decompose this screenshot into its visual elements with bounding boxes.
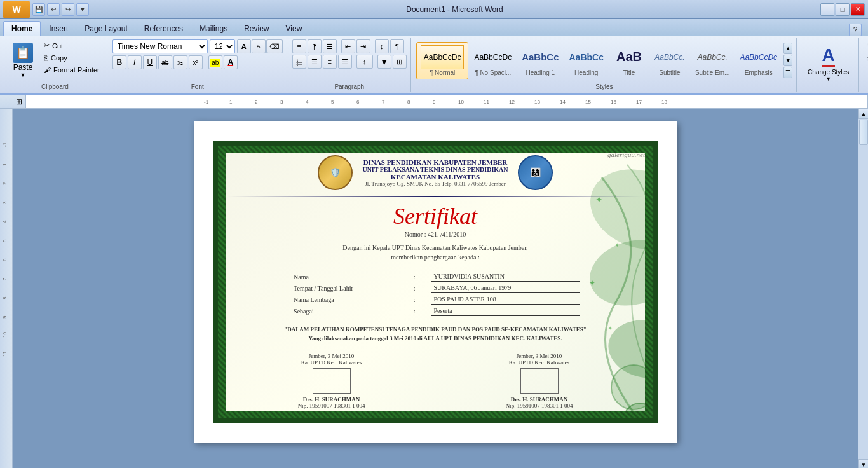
svg-text:2: 2 bbox=[255, 99, 258, 105]
increase-indent-button[interactable]: ⇥ bbox=[356, 39, 370, 53]
superscript-button[interactable]: x² bbox=[189, 55, 203, 69]
styles-group: AaBbCcDc ¶ Normal AaBbCcDc ¶ No Spaci...… bbox=[412, 38, 797, 92]
scroll-thumb[interactable] bbox=[859, 120, 868, 145]
align-right-button[interactable]: ≡ bbox=[323, 55, 337, 69]
tab-mailings[interactable]: Mailings bbox=[191, 21, 236, 36]
style-heading1[interactable]: AaBbCc Heading 1 bbox=[517, 42, 563, 79]
font-color-button[interactable]: A bbox=[224, 55, 238, 69]
office-button[interactable]: W bbox=[3, 1, 30, 18]
styles-gallery: AaBbCcDc ¶ Normal AaBbCcDc ¶ No Spaci...… bbox=[416, 42, 782, 79]
paste-label: Paste bbox=[13, 63, 33, 72]
copy-button[interactable]: ⎘ Copy bbox=[41, 52, 103, 64]
sort-button[interactable]: ↕ bbox=[375, 39, 389, 53]
styles-scroll-up[interactable]: ▲ bbox=[783, 43, 792, 54]
change-styles-button[interactable]: A Change Styles ▼ bbox=[802, 41, 855, 86]
bullets-button[interactable]: ≡ bbox=[292, 39, 306, 53]
clear-formatting-button[interactable]: ⌫ bbox=[266, 39, 283, 53]
font-size-buttons: A A ⌫ bbox=[237, 39, 283, 53]
cert-body: Dengan ini Kepala UPT Dinas Kecamatan Ka… bbox=[342, 243, 527, 262]
cert-sig-right-city: Jember, 3 Mei 2010 bbox=[506, 353, 573, 359]
tab-home[interactable]: Home bbox=[3, 21, 41, 36]
numbering-button[interactable]: ⁋ bbox=[308, 39, 322, 53]
editing-group: 🔍 Find ⇄ Replace ⬚ Select ▼ Editing bbox=[860, 38, 868, 92]
window-controls: ─ □ ✕ bbox=[820, 3, 865, 16]
underline-button[interactable]: U bbox=[143, 55, 157, 69]
bold-button[interactable]: B bbox=[112, 55, 126, 69]
italic-button[interactable]: I bbox=[128, 55, 142, 69]
style-heading1-label: Heading 1 bbox=[526, 69, 555, 76]
style-emphasis-preview: AaBbCcDc bbox=[740, 45, 777, 69]
quick-access-dropdown[interactable]: ▼ bbox=[76, 3, 89, 16]
cut-button[interactable]: ✂ Cut bbox=[41, 39, 103, 52]
ruler-toggle[interactable]: ⊞ bbox=[13, 97, 25, 106]
cert-institution-line4: Jl. Trunojoyo Gg. SMUK No. 65 Telp. 0331… bbox=[362, 181, 508, 187]
style-subtle-em[interactable]: AaBbCc. Subtle Em... bbox=[691, 42, 734, 79]
cert-fields-table: Nama : YURIDVIDIA SUSANTIN Tempat / Tang… bbox=[290, 270, 581, 317]
paste-button[interactable]: 📋 Paste ▼ bbox=[7, 39, 39, 81]
cert-logo-right: 👨‍👩‍👧 bbox=[518, 155, 553, 190]
style-emphasis[interactable]: AaBbCcDc Emphasis bbox=[735, 42, 782, 79]
close-button[interactable]: ✕ bbox=[851, 3, 865, 16]
cert-field-ttl-label: Tempat / Tanggal Lahir bbox=[291, 283, 407, 293]
document-area[interactable]: ✦ ✦ ✦ ✦ galeriguu.net 🛡️ DINAS PENDIDIKA… bbox=[13, 109, 858, 468]
align-center-button[interactable]: ☰ bbox=[308, 55, 322, 69]
shading-button[interactable]: ▼ bbox=[377, 55, 391, 69]
justify-button[interactable]: ☰ bbox=[338, 55, 352, 69]
align-left-button[interactable]: ⬱ bbox=[292, 55, 306, 69]
clipboard-content: 📋 Paste ▼ ✂ Cut ⎘ Copy bbox=[7, 39, 103, 81]
tab-view[interactable]: View bbox=[278, 21, 311, 36]
borders-button[interactable]: ⊞ bbox=[393, 55, 407, 69]
style-title[interactable]: AaB Title bbox=[609, 42, 649, 79]
highlight-button[interactable]: ab bbox=[208, 55, 222, 69]
select-button[interactable]: ⬚ Select ▼ bbox=[864, 66, 868, 78]
decrease-indent-button[interactable]: ⇤ bbox=[341, 39, 355, 53]
svg-text:-1: -1 bbox=[2, 142, 8, 147]
vertical-ruler: -1 1 2 3 4 5 6 7 8 9 10 11 bbox=[0, 109, 13, 468]
certificate: ✦ ✦ ✦ ✦ galeriguu.net 🛡️ DINAS PENDIDIKA… bbox=[213, 141, 658, 423]
font-name-select[interactable]: Times New Roman bbox=[112, 39, 208, 53]
scroll-down-button[interactable]: ▼ bbox=[858, 459, 868, 468]
show-hide-button[interactable]: ¶ bbox=[390, 39, 404, 53]
style-heading2[interactable]: AaBbCc Heading bbox=[564, 42, 607, 79]
replace-button[interactable]: ⇄ Replace bbox=[864, 53, 868, 65]
maximize-button[interactable]: □ bbox=[836, 3, 850, 16]
multilevel-button[interactable]: ☰ bbox=[323, 39, 337, 53]
styles-scroll-down[interactable]: ▼ bbox=[783, 55, 792, 66]
svg-text:9: 9 bbox=[2, 315, 8, 319]
svg-text:10: 10 bbox=[2, 332, 8, 338]
font-shrink-button[interactable]: A bbox=[252, 39, 266, 53]
find-button[interactable]: 🔍 Find bbox=[864, 39, 868, 52]
svg-text:5: 5 bbox=[2, 239, 8, 242]
svg-text:11: 11 bbox=[484, 99, 489, 105]
subscript-button[interactable]: x₂ bbox=[173, 55, 187, 69]
styles-more-button[interactable]: ☰ bbox=[783, 67, 792, 78]
cert-sig-left-city: Jember, 3 Mei 2010 bbox=[298, 353, 365, 359]
font-grow-button[interactable]: A bbox=[237, 39, 251, 53]
save-button[interactable]: 💾 bbox=[32, 3, 45, 16]
font-content: Times New Roman 12 A A ⌫ B I U ab bbox=[112, 39, 283, 81]
quick-access-toolbar: 💾 ↩ ↪ ▼ bbox=[32, 3, 89, 16]
style-no-spacing[interactable]: AaBbCcDc ¶ No Spaci... bbox=[470, 42, 516, 79]
scroll-track[interactable] bbox=[858, 119, 868, 459]
style-subtitle-preview: AaBbCc. bbox=[654, 45, 685, 69]
minimize-button[interactable]: ─ bbox=[820, 3, 834, 16]
cert-field-sep1: : bbox=[409, 272, 430, 282]
tab-references[interactable]: References bbox=[136, 21, 191, 36]
help-button[interactable]: ? bbox=[849, 24, 862, 36]
line-spacing-button[interactable]: ↕ bbox=[356, 55, 373, 69]
style-normal[interactable]: AaBbCcDc ¶ Normal bbox=[416, 42, 469, 79]
scroll-up-button[interactable]: ▲ bbox=[858, 109, 868, 119]
cert-institution-line1: DINAS PENDIDIKAN KABUPATEN JEMBER bbox=[362, 158, 508, 166]
tab-page-layout[interactable]: Page Layout bbox=[76, 21, 135, 36]
format-painter-button[interactable]: 🖌 Format Painter bbox=[41, 64, 103, 76]
cert-field-row: Tempat / Tanggal Lahir : SURABAYA, 06 Ja… bbox=[291, 283, 580, 293]
undo-button[interactable]: ↩ bbox=[47, 3, 60, 16]
redo-button[interactable]: ↪ bbox=[62, 3, 74, 16]
tab-insert[interactable]: Insert bbox=[41, 21, 76, 36]
font-size-select[interactable]: 12 bbox=[210, 39, 235, 53]
tab-review[interactable]: Review bbox=[236, 21, 277, 36]
style-subtitle[interactable]: AaBbCc. Subtitle bbox=[650, 42, 689, 79]
svg-text:5: 5 bbox=[331, 99, 334, 105]
strikethrough-button[interactable]: ab bbox=[158, 55, 172, 69]
style-heading2-label: Heading bbox=[574, 69, 598, 76]
